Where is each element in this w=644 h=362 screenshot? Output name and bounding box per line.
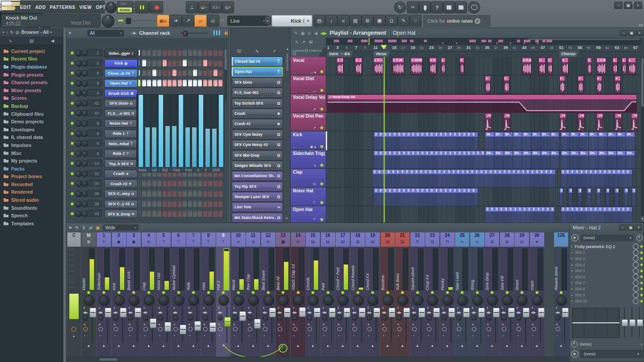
pattern-clip[interactable]: ∃Si.. xyxy=(522,150,532,169)
track-pan-knob[interactable] xyxy=(204,295,214,306)
slot-enable-led[interactable] xyxy=(640,264,643,266)
track-led[interactable] xyxy=(162,291,165,294)
fader-handle[interactable] xyxy=(493,308,500,317)
fader-handle[interactable] xyxy=(359,308,365,317)
arm-icon[interactable]: ▲ xyxy=(427,322,430,325)
mixer-track-18[interactable]: 18ΩChord Reverb⇕◀▶▲•▲ xyxy=(351,232,365,357)
track-led[interactable] xyxy=(320,164,323,167)
channel-pan-knob[interactable] xyxy=(75,171,82,177)
pan-icon[interactable]: ◀▶ xyxy=(555,311,560,314)
slot-enable-led[interactable] xyxy=(640,276,643,278)
dock-icon[interactable]: ⇕ xyxy=(82,225,86,230)
mixer-track-13[interactable]: 13▦Beat All⇕◀▶▲• xyxy=(276,232,290,357)
pattern-selector[interactable]: Kick ▴▾ + xyxy=(272,15,312,26)
step-cell[interactable] xyxy=(188,49,192,56)
browser-item[interactable]: Speech xyxy=(0,212,63,220)
track-fader[interactable] xyxy=(508,306,514,343)
step-cell[interactable] xyxy=(188,200,192,207)
velocity-bar[interactable] xyxy=(159,95,163,167)
mute-icon[interactable]: ◀ xyxy=(314,31,318,36)
automation-clip-dist-pan[interactable]: ↗V.. xyxy=(596,113,603,131)
velocity-bar[interactable] xyxy=(212,129,217,167)
stereo-knob[interactable] xyxy=(158,315,163,321)
slot-enable-led[interactable] xyxy=(640,300,643,302)
touch-button[interactable]: ☞ xyxy=(410,15,422,27)
route-switch[interactable]: ▲ xyxy=(381,344,395,348)
slot-enable-led[interactable] xyxy=(640,257,643,260)
tab-plugins-icon[interactable]: ◀ xyxy=(51,38,54,43)
step-cell[interactable] xyxy=(168,210,172,217)
step-cell[interactable] xyxy=(163,200,167,207)
step-cell[interactable] xyxy=(178,200,182,207)
picker-item[interactable]: SFX 8bit DropΩ xyxy=(232,150,283,160)
channel-mute-led[interactable] xyxy=(71,182,74,185)
step-cell[interactable] xyxy=(147,210,151,217)
track-led[interactable] xyxy=(320,89,323,92)
track-pan-knob[interactable] xyxy=(517,295,528,306)
wait-for-input-button[interactable]: ⊥ xyxy=(186,1,198,13)
track-led[interactable] xyxy=(207,291,210,294)
channel-mute-led[interactable] xyxy=(71,192,74,195)
channel-select-pill[interactable] xyxy=(138,190,140,197)
route-switch[interactable]: ▲ xyxy=(410,344,425,348)
track-led[interactable] xyxy=(341,291,344,294)
graph-tab-vel[interactable]: Vel xyxy=(152,168,157,172)
picker-item[interactable]: Toy Scritch SFXΩ xyxy=(232,98,283,108)
track-led[interactable] xyxy=(118,291,120,294)
arm-icon[interactable]: ▲ xyxy=(83,322,86,325)
news-banner[interactable]: Click for online news ⊕ xyxy=(423,15,490,27)
clock-icon[interactable] xyxy=(278,327,282,331)
separation-icon[interactable]: ⇕ xyxy=(233,306,235,309)
arm-icon[interactable]: ▲ xyxy=(352,322,355,325)
mixer-track-9[interactable]: 9⊤Hat 2⇕◀▶▲•▼ xyxy=(216,232,230,357)
route-switch[interactable]: ▲ xyxy=(321,344,335,348)
channel-select-pill[interactable] xyxy=(138,80,140,86)
zoom-icon[interactable]: ◎ xyxy=(308,31,312,36)
master-pitch-knob[interactable] xyxy=(105,2,117,13)
step-cell[interactable] xyxy=(172,80,176,86)
step-cell[interactable] xyxy=(168,80,172,86)
separation-icon[interactable]: ⇕ xyxy=(307,306,310,309)
pan-icon[interactable]: ◀▶ xyxy=(263,311,267,314)
stereo-knob[interactable] xyxy=(456,315,462,321)
fader-handle[interactable] xyxy=(344,308,350,317)
track-led[interactable] xyxy=(320,201,323,204)
clock-icon[interactable] xyxy=(114,327,118,331)
arm-icon[interactable]: ▲ xyxy=(113,322,116,325)
metronome-sound-button[interactable]: ⊔ xyxy=(207,15,219,27)
route-switch[interactable]: ▼ xyxy=(216,344,230,348)
sync-button[interactable]: ↻ xyxy=(394,1,406,13)
stereo-knob[interactable] xyxy=(397,315,402,321)
stereo-knob[interactable] xyxy=(307,315,312,321)
save-button[interactable] xyxy=(443,1,455,13)
pan-icon[interactable]: ◀▶ xyxy=(143,311,148,314)
route-switch[interactable]: ▲ xyxy=(440,344,455,348)
minimize-button[interactable]: – xyxy=(614,2,623,9)
magnet-icon[interactable]: ∩ xyxy=(221,17,225,23)
velocity-bar[interactable] xyxy=(192,127,197,167)
step-cell[interactable] xyxy=(178,60,182,66)
pattern-clip[interactable]: ∃Si.. xyxy=(588,150,598,169)
step-cell[interactable] xyxy=(193,60,197,66)
separation-icon[interactable]: ⇕ xyxy=(337,306,340,309)
track-pan-knob[interactable] xyxy=(278,295,289,306)
picker-item[interactable]: Open Hat⊤ xyxy=(232,67,283,77)
snap-dropdown[interactable]: Line▸ xyxy=(227,16,268,26)
step-cell[interactable] xyxy=(163,190,167,197)
pan-icon[interactable]: ◀▶ xyxy=(98,311,103,314)
velocity-bar[interactable] xyxy=(145,127,150,167)
track-pan-knob[interactable] xyxy=(443,295,453,306)
pan-icon[interactable]: ◀▶ xyxy=(322,311,327,314)
pattern-clip[interactable]: ∃∃∃∃∃∃∃∃∃∃∃∃∃∃∃∃∃∃∃∃∃∃ xyxy=(373,132,478,150)
channel-rack-titlebar[interactable]: ▶ All▸ ◁▶ Channel rack ▍▍▍ ▦ xyxy=(66,28,229,38)
pan-icon[interactable]: ◀▶ xyxy=(307,311,312,314)
step-cell[interactable] xyxy=(183,49,187,56)
slot-mix-knob[interactable] xyxy=(633,244,639,249)
track-led[interactable] xyxy=(357,291,359,294)
step-cell[interactable] xyxy=(193,190,197,197)
slot-mix-knob[interactable] xyxy=(633,262,639,268)
step-cell[interactable] xyxy=(183,190,187,197)
clock-icon[interactable] xyxy=(293,327,297,331)
output-dropdown[interactable]: (none)▸ xyxy=(580,350,643,358)
separation-icon[interactable]: ⇕ xyxy=(277,306,280,309)
